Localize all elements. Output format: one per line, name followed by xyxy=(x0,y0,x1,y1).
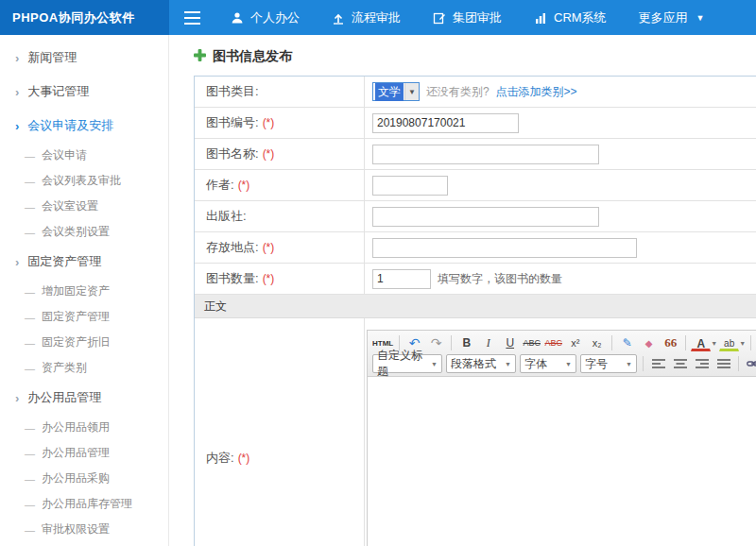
field-area: 填写数字，该图书的数量 xyxy=(365,264,756,294)
nav-label: 集团审批 xyxy=(453,9,502,26)
dash-prefix xyxy=(25,227,35,238)
label-text: 图书名称: xyxy=(206,145,259,162)
sidebar-item-events-mgmt[interactable]: 大事记管理 xyxy=(0,75,168,109)
page-title-text: 图书信息发布 xyxy=(213,48,292,65)
sidebar-item-label: 固定资产管理 xyxy=(42,309,110,325)
sidebar-item-office-supplies-mgmt[interactable]: 办公用品管理 xyxy=(0,381,168,415)
sidebar-item-fixed-assets-mgmt[interactable]: 固定资产管理 xyxy=(0,245,168,279)
toolbar-separator xyxy=(750,335,751,350)
category-select[interactable]: 文学 ▼ xyxy=(372,82,420,101)
required-mark: (*) xyxy=(263,241,275,254)
field-area xyxy=(365,232,756,263)
nav-more-apps[interactable]: 更多应用 ▼ xyxy=(623,0,721,35)
font-family-dropdown[interactable]: 字体 xyxy=(520,354,576,373)
body-section-header: 正文 xyxy=(195,295,756,318)
blockquote-button[interactable]: 66 xyxy=(661,333,680,352)
chevron-right-icon xyxy=(15,120,19,132)
sidebar-item-meeting-room-settings[interactable]: 会议室设置 xyxy=(0,194,168,219)
user-icon xyxy=(231,11,244,25)
font-color-button[interactable]: A xyxy=(691,337,711,351)
toolbar-separator xyxy=(611,335,612,350)
align-justify-button[interactable] xyxy=(713,354,733,373)
dash-prefix xyxy=(25,312,35,323)
underline-button[interactable]: U xyxy=(500,333,520,352)
form-row-location: 存放地点: (*) xyxy=(195,232,756,264)
dash-prefix xyxy=(25,150,35,162)
align-left-button[interactable] xyxy=(648,354,668,373)
italic-button[interactable]: I xyxy=(478,333,498,352)
plus-icon xyxy=(194,49,206,64)
align-center-button[interactable] xyxy=(670,354,690,373)
sidebar-item-supplies-category-settings[interactable]: 办公用品分类设置 xyxy=(0,542,168,546)
link-button[interactable] xyxy=(744,354,756,373)
sidebar-item-add-fixed-asset[interactable]: 增加固定资产 xyxy=(0,279,168,304)
nav-group-approval[interactable]: 集团审批 xyxy=(417,0,518,35)
sidebar-item-supplies-purchase[interactable]: 办公用品采购 xyxy=(0,466,168,491)
publisher-input[interactable] xyxy=(372,207,599,227)
storage-location-input[interactable] xyxy=(372,238,637,258)
sidebar-item-asset-category[interactable]: 资产类别 xyxy=(0,355,168,381)
sidebar-item-label: 办公用品领用 xyxy=(42,419,110,435)
required-mark: (*) xyxy=(263,272,275,285)
nav-workflow-approval[interactable]: 流程审批 xyxy=(316,0,417,35)
sidebar-item-meeting-apply[interactable]: 会议申请 xyxy=(0,143,168,168)
redo-button[interactable]: ↷ xyxy=(426,333,446,352)
superscript-button[interactable]: x² xyxy=(565,333,585,352)
field-label: 图书类目: xyxy=(195,77,365,107)
sidebar-item-meeting-category-settings[interactable]: 会议类别设置 xyxy=(0,219,168,245)
chevron-down-icon[interactable]: ▼ xyxy=(739,340,746,347)
chevron-down-icon[interactable]: ▼ xyxy=(711,340,717,347)
field-label: 图书编号: (*) xyxy=(195,108,365,138)
format-painter-button[interactable]: ✎ xyxy=(617,333,637,352)
dash-prefix xyxy=(25,201,35,213)
book-name-input[interactable] xyxy=(372,145,599,164)
label-text: 图书数量: xyxy=(206,270,259,287)
dash-prefix xyxy=(25,286,35,298)
required-mark: (*) xyxy=(238,452,250,465)
add-category-link[interactable]: 点击添加类别>> xyxy=(496,84,577,100)
sidebar-item-meeting-mgmt[interactable]: 会议申请及安排 xyxy=(0,109,168,143)
author-input[interactable] xyxy=(372,176,448,196)
nav-label: CRM系统 xyxy=(554,9,607,26)
align-right-button[interactable] xyxy=(692,354,712,373)
sidebar-item-news-mgmt[interactable]: 新闻管理 xyxy=(0,41,168,75)
book-number-input[interactable] xyxy=(372,113,519,133)
sidebar-item-asset-depreciation[interactable]: 固定资产折旧 xyxy=(0,330,168,355)
nav-personal-office[interactable]: 个人办公 xyxy=(215,0,316,35)
field-label: 出版社: xyxy=(195,201,365,231)
editor-content-area[interactable] xyxy=(368,377,756,546)
sidebar-item-approval-permission-settings[interactable]: 审批权限设置 xyxy=(0,517,168,542)
form-row-book-number: 图书编号: (*) xyxy=(195,108,756,139)
nav-label: 流程审批 xyxy=(352,9,401,26)
sidebar-item-supplies-requisition[interactable]: 办公用品领用 xyxy=(0,415,168,440)
nav-crm-system[interactable]: CRM系统 xyxy=(518,0,623,35)
sidebar-item-supplies-mgmt[interactable]: 办公用品管理 xyxy=(0,440,168,466)
highlight-color-button[interactable]: ab xyxy=(719,337,739,351)
book-form: 图书类目: 文学 ▼ 还没有类别? 点击添加类别>> 图书编号: (*) xyxy=(194,76,756,546)
dash-prefix xyxy=(25,363,35,374)
clear-doc-button[interactable]: ◆ xyxy=(639,333,659,352)
chevron-right-icon xyxy=(15,256,19,268)
chevron-right-icon xyxy=(15,392,19,404)
strikethrough-button[interactable]: ABC xyxy=(522,333,541,352)
font-size-dropdown[interactable]: 字号 xyxy=(580,354,637,373)
required-mark: (*) xyxy=(263,147,275,161)
remove-format-button[interactable]: ABC xyxy=(543,333,563,352)
nav-label: 更多应用 xyxy=(639,9,688,26)
sidebar-item-label: 固定资产折旧 xyxy=(42,334,110,350)
sidebar-item-meeting-list-approval[interactable]: 会议列表及审批 xyxy=(0,168,168,194)
sidebar-item-supplies-inventory-mgmt[interactable]: 办公用品库存管理 xyxy=(0,491,168,517)
quantity-input[interactable] xyxy=(372,269,431,289)
toolbar-separator xyxy=(451,335,452,350)
subscript-button[interactable]: x₂ xyxy=(587,333,607,352)
bold-button[interactable]: B xyxy=(456,333,476,352)
form-row-author: 作者: (*) xyxy=(195,170,756,201)
form-row-category: 图书类目: 文学 ▼ 还没有类别? 点击添加类别>> xyxy=(195,77,756,108)
paragraph-format-dropdown[interactable]: 段落格式 xyxy=(446,354,516,373)
menu-toggle-icon[interactable] xyxy=(169,0,215,35)
sidebar-item-label: 大事记管理 xyxy=(27,83,89,100)
sidebar-item-fixed-asset-mgmt[interactable]: 固定资产管理 xyxy=(0,304,168,330)
sidebar-item-label: 增加固定资产 xyxy=(42,283,110,299)
custom-title-dropdown[interactable]: 自定义标题 xyxy=(372,354,442,373)
dash-prefix xyxy=(25,473,35,485)
